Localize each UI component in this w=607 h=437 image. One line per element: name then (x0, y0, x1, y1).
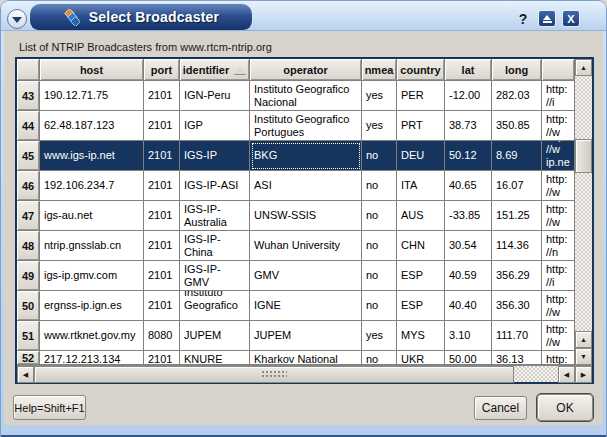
help-shortcut-button[interactable]: Help=Shift+F1 (13, 395, 86, 420)
cell-lat-row49[interactable]: 40.59 (445, 261, 492, 291)
row-header-49[interactable]: 49 (17, 261, 40, 291)
cell-nmea-row51[interactable]: yes (362, 321, 397, 351)
cell-operator-row51[interactable]: JUPEM (250, 321, 362, 351)
cell-country-row44[interactable]: PRT (397, 111, 445, 141)
cell-url-row46[interactable]: http://w (542, 171, 575, 201)
cell-operator-row44[interactable]: Instituto Geografico Portugues (250, 111, 362, 141)
row-header-48[interactable]: 48 (17, 231, 40, 261)
column-header-identifier[interactable]: identifier (180, 59, 250, 81)
cell-url-row47[interactable]: http://w (542, 201, 575, 231)
cell-identifier-row49[interactable]: IGS-IP-GMV (180, 261, 250, 291)
cell-long-row48[interactable]: 114.36 (492, 231, 542, 261)
row-header-52[interactable]: 52 (17, 351, 40, 365)
column-header-nmea[interactable]: nmea (362, 59, 397, 81)
context-help-button[interactable]: ? (514, 10, 532, 27)
cell-port-row44[interactable]: 2101 (144, 111, 180, 141)
cell-long-row44[interactable]: 350.85 (492, 111, 542, 141)
cell-host-row47[interactable]: igs-au.net (40, 201, 144, 231)
cell-long-row52[interactable]: 36.13 (492, 351, 542, 365)
row-header-45[interactable]: 45 (17, 141, 40, 171)
shade-button[interactable] (538, 10, 556, 27)
row-header-43[interactable]: 43 (17, 81, 40, 111)
cell-lat-row52[interactable]: 50.00 (445, 351, 492, 365)
cell-identifier-row44[interactable]: IGP (180, 111, 250, 141)
cell-operator-row52[interactable]: Kharkov National (250, 351, 362, 365)
row-header-51[interactable]: 51 (17, 321, 40, 351)
horizontal-scroll-thumb[interactable] (34, 366, 514, 383)
title-tab[interactable]: Select Broadcaster (29, 3, 253, 30)
cell-country-row52[interactable]: UKR (397, 351, 445, 365)
cell-host-row43[interactable]: 190.12.71.75 (40, 81, 144, 111)
cell-country-row43[interactable]: PER (397, 81, 445, 111)
row-header-46[interactable]: 46 (17, 171, 40, 201)
cell-lat-row48[interactable]: 30.54 (445, 231, 492, 261)
cell-country-row47[interactable]: AUS (397, 201, 445, 231)
cancel-button[interactable]: Cancel (474, 396, 527, 420)
cell-country-row49[interactable]: ESP (397, 261, 445, 291)
cell-lat-row47[interactable]: -33.85 (445, 201, 492, 231)
cell-country-row50[interactable]: ESP (397, 291, 445, 321)
cell-identifier-row50[interactable]: Instituto Geografico ... (180, 291, 250, 321)
cell-operator-row48[interactable]: Wuhan University (250, 231, 362, 261)
cell-host-row51[interactable]: www.rtknet.gov.my (40, 321, 144, 351)
cell-host-row49[interactable]: igs-ip.gmv.com (40, 261, 144, 291)
cell-identifier-row51[interactable]: JUPEM (180, 321, 250, 351)
cell-operator-row43[interactable]: Instituto Geografico Nacional (250, 81, 362, 111)
column-header-port[interactable]: port (144, 59, 180, 81)
cell-nmea-row47[interactable]: no (362, 201, 397, 231)
cell-port-row45[interactable]: 2101 (144, 141, 180, 171)
cell-identifier-row45[interactable]: IGS-IP (180, 141, 250, 171)
row-header-44[interactable]: 44 (17, 111, 40, 141)
cell-host-row46[interactable]: 192.106.234.7 (40, 171, 144, 201)
cell-lat-row51[interactable]: 3.10 (445, 321, 492, 351)
column-header-long[interactable]: long (492, 59, 542, 81)
cell-nmea-row45[interactable]: no (362, 141, 397, 171)
cell-url-row44[interactable]: http://w (542, 111, 575, 141)
ok-button[interactable]: OK (537, 394, 593, 421)
cell-lat-row50[interactable]: 40.40 (445, 291, 492, 321)
cell-country-row46[interactable]: ITA (397, 171, 445, 201)
scroll-up-button-2[interactable]: ▲ (575, 331, 592, 348)
scroll-left-button-2[interactable]: ◀ (558, 366, 575, 383)
cell-identifier-row43[interactable]: IGN-Peru (180, 81, 250, 111)
cell-long-row49[interactable]: 356.29 (492, 261, 542, 291)
cell-operator-row47[interactable]: UNSW-SSIS (250, 201, 362, 231)
cell-host-row44[interactable]: 62.48.187.123 (40, 111, 144, 141)
cell-long-row45[interactable]: 8.69 (492, 141, 542, 171)
row-header-50[interactable]: 50 (17, 291, 40, 321)
cell-host-row48[interactable]: ntrip.gnsslab.cn (40, 231, 144, 261)
cell-port-row46[interactable]: 2101 (144, 171, 180, 201)
cell-port-row43[interactable]: 2101 (144, 81, 180, 111)
cell-long-row46[interactable]: 16.07 (492, 171, 542, 201)
cell-long-row50[interactable]: 356.30 (492, 291, 542, 321)
cell-host-row52[interactable]: 217.12.213.134 (40, 351, 144, 365)
cell-lat-row46[interactable]: 40.65 (445, 171, 492, 201)
cell-country-row48[interactable]: CHN (397, 231, 445, 261)
column-header-blank[interactable] (542, 59, 575, 81)
cell-country-row51[interactable]: MYS (397, 321, 445, 351)
cell-long-row51[interactable]: 111.70 (492, 321, 542, 351)
cell-country-row45[interactable]: DEU (397, 141, 445, 171)
cell-nmea-row50[interactable]: no (362, 291, 397, 321)
cell-url-row49[interactable]: http://i (542, 261, 575, 291)
cell-host-row45[interactable]: www.igs-ip.net (40, 141, 144, 171)
cell-lat-row43[interactable]: -12.00 (445, 81, 492, 111)
vertical-scroll-thumb[interactable] (575, 139, 592, 173)
column-header-operator[interactable]: operator (250, 59, 362, 81)
cell-operator-row50[interactable]: IGNE (250, 291, 362, 321)
close-button[interactable]: X (562, 10, 580, 27)
cell-url-row51[interactable]: http://w (542, 321, 575, 351)
scroll-down-button[interactable]: ▼ (575, 348, 592, 365)
cell-port-row48[interactable]: 2101 (144, 231, 180, 261)
cell-port-row51[interactable]: 8080 (144, 321, 180, 351)
cell-nmea-row44[interactable]: yes (362, 111, 397, 141)
cell-lat-row44[interactable]: 38.73 (445, 111, 492, 141)
column-header-lat[interactable]: lat (445, 59, 492, 81)
cell-port-row52[interactable]: 2101 (144, 351, 180, 365)
column-header-host[interactable]: host (40, 59, 144, 81)
cell-nmea-row52[interactable]: no (362, 351, 397, 365)
cell-url-row50[interactable]: http://w (542, 291, 575, 321)
cell-operator-row49[interactable]: GMV (250, 261, 362, 291)
scroll-up-button[interactable]: ▲ (575, 59, 592, 76)
cell-url-row45[interactable]: http://w ip.net/ (542, 141, 575, 171)
